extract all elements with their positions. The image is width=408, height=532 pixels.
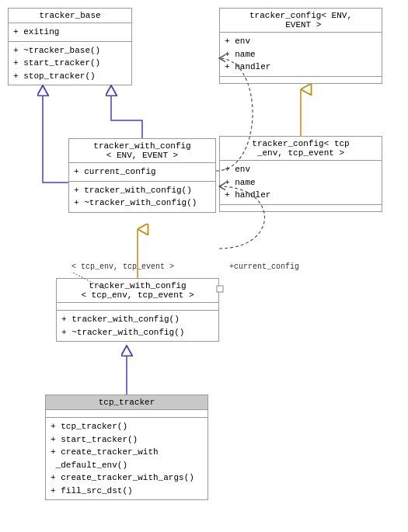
tracker-with-config-env-methods: + tracker_with_config() + ~tracker_with_… <box>69 182 215 212</box>
label-plus-current-config: +current_config <box>229 263 299 271</box>
tracker-with-config-tcp-empty <box>57 303 218 311</box>
tracker-with-config-tcp-box: tracker_with_config< tcp_env, tcp_event … <box>56 278 219 342</box>
tracker-config-env-title: tracker_config< ENV, EVENT > <box>220 9 382 33</box>
tcp-tracker-title: tcp_tracker <box>46 395 207 410</box>
tcp-tracker-empty <box>46 410 207 418</box>
tracker-base-box: tracker_base + exiting + ~tracker_base()… <box>8 8 132 85</box>
tracker-config-tcp-title: tracker_config< tcp_env, tcp_event > <box>220 137 382 161</box>
tracker-config-tcp-fields: + env + name + handler <box>220 161 382 205</box>
tracker-config-env-fields: + env + name + handler <box>220 33 382 77</box>
tracker-with-config-env-box: tracker_with_config< ENV, EVENT > + curr… <box>68 138 216 213</box>
tracker-with-config-tcp-methods: + tracker_with_config() + ~tracker_with_… <box>57 311 218 341</box>
tracker-base-title: tracker_base <box>9 9 131 23</box>
tracker-config-env-empty <box>220 77 382 83</box>
tracker-config-tcp-empty <box>220 205 382 211</box>
tracker-base-fields: + exiting <box>9 23 131 42</box>
tracker-config-tcp-box: tracker_config< tcp_env, tcp_event > + e… <box>219 136 382 212</box>
tracker-with-config-tcp-title: tracker_with_config< tcp_env, tcp_event … <box>57 279 218 303</box>
label-tcp-env-1: < tcp_env, tcp_event > <box>71 263 174 271</box>
diagram-container: tracker_base + exiting + ~tracker_base()… <box>0 0 408 532</box>
tracker-with-config-env-fields: + current_config <box>69 163 215 182</box>
tcp-tracker-methods: + tcp_tracker() + start_tracker() + crea… <box>46 418 207 499</box>
tracker-with-config-env-title: tracker_with_config< ENV, EVENT > <box>69 139 215 163</box>
tracker-base-methods: + ~tracker_base() + start_tracker() + st… <box>9 42 131 85</box>
tcp-tracker-box: tcp_tracker + tcp_tracker() + start_trac… <box>45 395 208 500</box>
tracker-config-env-box: tracker_config< ENV, EVENT > + env + nam… <box>219 8 382 84</box>
